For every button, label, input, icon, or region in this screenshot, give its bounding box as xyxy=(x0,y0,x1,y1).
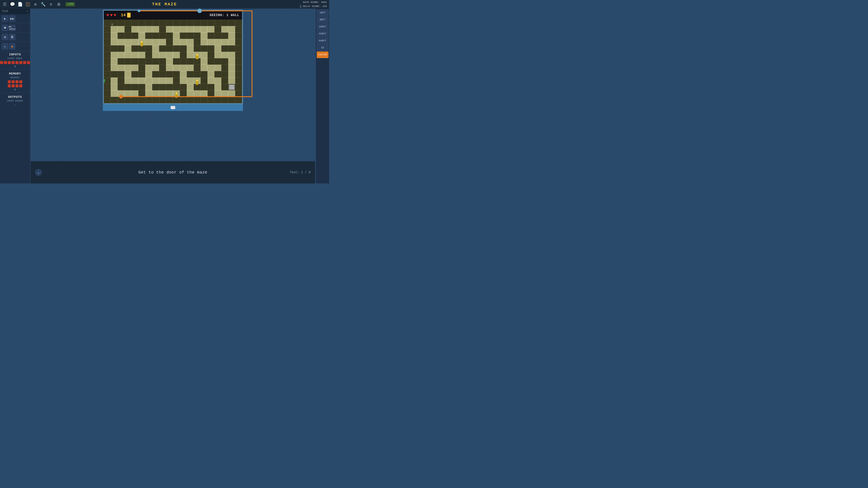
wrench-icon[interactable]: 🔧 xyxy=(41,2,46,7)
cnt-bit-4[interactable] xyxy=(8,84,11,88)
bit-4[interactable] xyxy=(16,61,19,64)
heart-2: ♥ xyxy=(110,13,113,18)
heart-1: ♥ xyxy=(106,13,109,18)
panel-header: Tick − xyxy=(0,8,30,14)
counter-label: Counter xyxy=(0,76,30,80)
cnt-bit-5[interactable] xyxy=(11,84,15,88)
flask-icon[interactable]: ⚗ xyxy=(49,2,53,7)
panel-close-icon[interactable]: − xyxy=(26,9,28,13)
bit-6[interactable] xyxy=(23,61,26,64)
tick-label: Tick xyxy=(2,10,8,13)
stop-btn[interactable]: ■ xyxy=(2,25,8,31)
edit-btn[interactable]: ✏ xyxy=(2,43,8,50)
menu-icon[interactable]: ☰ xyxy=(2,2,7,7)
game-window: ♥ ♥ ♥ 14 SEEING: 1 WALL xyxy=(103,10,243,111)
memory-label: MEMORY xyxy=(0,70,30,76)
heart-3: ♥ xyxy=(114,13,116,18)
diagram-icon[interactable]: ⬛ xyxy=(25,2,30,7)
cnt-bit-1[interactable] xyxy=(11,80,15,84)
level-input-label: Level input xyxy=(0,57,30,61)
divider-2 xyxy=(0,92,30,93)
file-icon[interactable]: 📄 xyxy=(18,2,23,7)
inputs-label: INPUTS xyxy=(0,51,30,57)
io-btn[interactable]: IO xyxy=(317,44,329,51)
cnt-bit-6[interactable] xyxy=(16,84,19,88)
64bit-btn[interactable]: 64BIT xyxy=(317,37,329,44)
fast-forward-btn[interactable]: ▶▶10kHz xyxy=(9,25,16,31)
game-hud: ♥ ♥ ♥ 14 SEEING: 1 WALL xyxy=(104,11,242,20)
maze-canvas xyxy=(104,20,242,103)
divider-1 xyxy=(0,69,30,69)
display-icon[interactable]: 🖥 xyxy=(56,2,61,7)
plus-badge: +255 xyxy=(66,2,75,6)
settings-icon[interactable]: ⚙ xyxy=(33,2,38,7)
cnt-bit-3[interactable] xyxy=(19,80,22,84)
hearts: ♥ ♥ ♥ xyxy=(106,13,116,18)
custom-btn[interactable]: CUSTOM xyxy=(317,52,329,58)
toolbar-row-4: ✏ ◉ xyxy=(0,42,30,51)
toolbar-icons: ☰ 💬 📄 ⬛ ⚙ 🔧 ⚗ 🖥 +255 xyxy=(2,2,75,7)
top-bar: ☰ 💬 📄 ⬛ ⚙ 🔧 ⚗ 🖥 +255 THE MAZE GATE SCORE… xyxy=(0,0,329,8)
play-step-btn[interactable]: ▶ xyxy=(2,15,8,22)
8bit-btn[interactable]: 8BIT xyxy=(317,17,329,23)
maze-area[interactable] xyxy=(104,20,242,103)
counter-bits-2 xyxy=(0,84,30,88)
level-output-value: – xyxy=(0,103,30,107)
1bit-btn[interactable]: 1BIT xyxy=(317,9,329,16)
bit-7[interactable] xyxy=(27,61,30,64)
outputs-label: OUTPUTS xyxy=(0,94,30,100)
delete-btn[interactable]: 🗑 xyxy=(9,34,16,40)
bit-0[interactable] xyxy=(0,61,3,64)
circle-btn[interactable]: ◉ xyxy=(9,43,16,50)
main-area: ♥ ♥ ♥ 14 SEEING: 1 WALL xyxy=(31,8,315,184)
32bit-btn[interactable]: 32BIT xyxy=(317,31,329,37)
select-btn[interactable]: ⊞ xyxy=(2,34,8,40)
play-btn[interactable]: ▶▶ xyxy=(9,15,16,22)
seeing-text: SEEING: 1 WALL xyxy=(210,13,239,17)
coin-count: 14 xyxy=(121,13,131,18)
toolbar-row-1: ▶ ▶▶ xyxy=(0,14,30,23)
bit-3[interactable] xyxy=(11,61,15,64)
level-input-value: 0 xyxy=(0,65,30,68)
counter-value: 0 xyxy=(0,88,30,92)
chevron-down-btn[interactable]: ⌄ xyxy=(35,169,42,176)
game-bottom xyxy=(103,104,243,111)
game-frame: ♥ ♥ ♥ 14 SEEING: 1 WALL xyxy=(103,10,243,104)
score-area: GATE SCORE: 1091 ∑ DELAY SCORE: 210 xyxy=(300,0,327,8)
counter-bits xyxy=(0,80,30,84)
16bit-btn[interactable]: 16BIT xyxy=(317,24,329,30)
toolbar-row-3: ⊞ 🗑 xyxy=(0,33,30,42)
cnt-bit-7[interactable] xyxy=(19,84,22,88)
input-bits xyxy=(0,61,30,65)
bit-1[interactable] xyxy=(4,61,7,64)
delay-score: ∑ DELAY SCORE: 210 xyxy=(300,4,327,8)
coin-icon xyxy=(127,13,131,18)
cnt-bit-2[interactable] xyxy=(16,80,19,84)
gate-score: GATE SCORE: 1091 xyxy=(300,0,327,4)
cnt-bit-0[interactable] xyxy=(8,80,11,84)
game-title: THE MAZE xyxy=(152,2,177,6)
level-output-label: Level output xyxy=(0,100,30,103)
bit-2[interactable] xyxy=(8,61,11,64)
game-description: Get to the door of the maze xyxy=(138,170,207,175)
chat-icon[interactable]: 💬 xyxy=(10,2,15,7)
bit-5[interactable] xyxy=(19,61,22,64)
toolbar-row-2: ■ ▶▶10kHz xyxy=(0,23,30,33)
bottom-bar: ⌄ Get to the door of the maze Test: 1 / … xyxy=(31,161,315,184)
game-bottom-indicator xyxy=(170,106,175,109)
left-panel: Tick − ▶ ▶▶ ■ ▶▶10kHz ⊞ 🗑 ✏ ◉ INPUTS Lev… xyxy=(0,8,31,184)
right-panel: 1BIT 8BIT 16BIT 32BIT 64BIT IO CUSTOM xyxy=(315,8,329,184)
test-count: Test: 1 / 8 xyxy=(290,170,311,174)
